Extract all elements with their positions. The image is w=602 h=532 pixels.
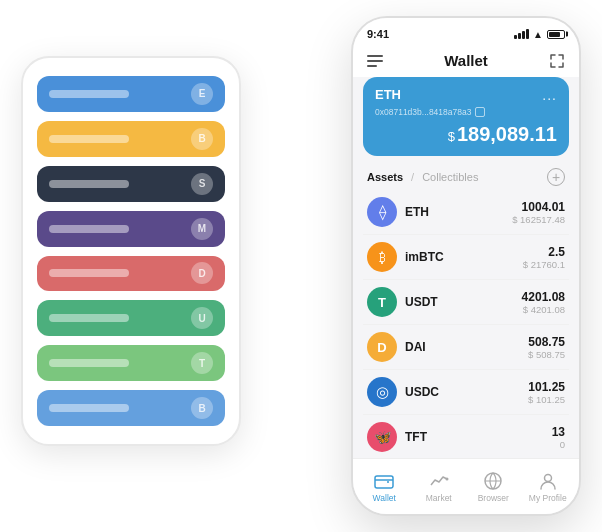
fg-phone: 9:41 ▲ Wallet bbox=[351, 16, 581, 516]
tab-assets[interactable]: Assets bbox=[367, 171, 403, 183]
eth-balance-card[interactable]: ETH ... 0x08711d3b...8418a78a3 $189,089.… bbox=[363, 77, 569, 156]
token-icon-imbtc: ₿ bbox=[367, 242, 397, 272]
market-nav-icon bbox=[429, 471, 449, 491]
card-bar bbox=[49, 135, 129, 143]
token-row-usdt[interactable]: T USDT 4201.08 $ 4201.08 bbox=[363, 280, 569, 325]
card-bar bbox=[49, 269, 129, 277]
wallet-card-5[interactable]: D bbox=[37, 256, 225, 292]
card-icon: D bbox=[191, 262, 213, 284]
eth-address: 0x08711d3b...8418a78a3 bbox=[375, 107, 557, 117]
card-icon: B bbox=[191, 128, 213, 150]
card-bar bbox=[49, 314, 129, 322]
token-usd-usdc: $ 101.25 bbox=[528, 394, 565, 405]
token-icon-dai: D bbox=[367, 332, 397, 362]
phone-header: Wallet bbox=[353, 46, 579, 77]
token-amounts-dai: 508.75 $ 508.75 bbox=[528, 335, 565, 360]
nav-wallet-label: Wallet bbox=[373, 493, 396, 503]
eth-card-menu-dots[interactable]: ... bbox=[542, 87, 557, 103]
token-amount-eth: 1004.01 bbox=[512, 200, 565, 214]
card-bar bbox=[49, 180, 129, 188]
battery-icon bbox=[547, 30, 565, 39]
wifi-icon: ▲ bbox=[533, 29, 543, 40]
nav-browser[interactable]: Browser bbox=[466, 471, 521, 503]
scene: E B S M D U T B bbox=[21, 16, 581, 516]
menu-icon[interactable] bbox=[367, 55, 383, 67]
token-name-usdc: USDC bbox=[405, 385, 528, 399]
token-icon-tft: 🦋 bbox=[367, 422, 397, 452]
card-bar bbox=[49, 404, 129, 412]
token-amount-imbtc: 2.5 bbox=[523, 245, 565, 259]
token-name-usdt: USDT bbox=[405, 295, 522, 309]
wallet-card-6[interactable]: U bbox=[37, 300, 225, 336]
card-icon: T bbox=[191, 352, 213, 374]
card-icon: U bbox=[191, 307, 213, 329]
svg-rect-0 bbox=[375, 476, 393, 488]
token-name-dai: DAI bbox=[405, 340, 528, 354]
status-icons: ▲ bbox=[514, 29, 565, 40]
nav-profile[interactable]: My Profile bbox=[521, 471, 576, 503]
token-amount-tft: 13 bbox=[552, 425, 565, 439]
status-bar: 9:41 ▲ bbox=[353, 18, 579, 46]
token-usd-imbtc: $ 21760.1 bbox=[523, 259, 565, 270]
token-name-tft: TFT bbox=[405, 430, 552, 444]
token-list: ⟠ ETH 1004.01 $ 162517.48 ₿ imBTC 2.5 $ … bbox=[353, 190, 579, 458]
token-amounts-usdt: 4201.08 $ 4201.08 bbox=[522, 290, 565, 315]
token-usd-eth: $ 162517.48 bbox=[512, 214, 565, 225]
token-icon-usdt: T bbox=[367, 287, 397, 317]
token-name-eth: ETH bbox=[405, 205, 512, 219]
token-amounts-usdc: 101.25 $ 101.25 bbox=[528, 380, 565, 405]
wallet-card-3[interactable]: S bbox=[37, 166, 225, 202]
eth-card-title: ETH bbox=[375, 87, 401, 102]
token-row-eth[interactable]: ⟠ ETH 1004.01 $ 162517.48 bbox=[363, 190, 569, 235]
wallet-nav-icon bbox=[374, 471, 394, 491]
wallet-card-2[interactable]: B bbox=[37, 121, 225, 157]
token-name-imbtc: imBTC bbox=[405, 250, 523, 264]
token-row-usdc[interactable]: ◎ USDC 101.25 $ 101.25 bbox=[363, 370, 569, 415]
token-amounts-eth: 1004.01 $ 162517.48 bbox=[512, 200, 565, 225]
wallet-card-4[interactable]: M bbox=[37, 211, 225, 247]
card-bar bbox=[49, 90, 129, 98]
bottom-nav: Wallet Market Browser bbox=[353, 458, 579, 514]
signal-icon bbox=[514, 29, 529, 39]
token-amount-usdt: 4201.08 bbox=[522, 290, 565, 304]
expand-icon[interactable] bbox=[549, 53, 565, 69]
eth-balance: $189,089.11 bbox=[375, 123, 557, 146]
token-row-imbtc[interactable]: ₿ imBTC 2.5 $ 21760.1 bbox=[363, 235, 569, 280]
card-bar bbox=[49, 225, 129, 233]
token-amount-dai: 508.75 bbox=[528, 335, 565, 349]
page-title: Wallet bbox=[444, 52, 488, 69]
assets-header: Assets / Collectibles + bbox=[353, 164, 579, 190]
token-icon-usdc: ◎ bbox=[367, 377, 397, 407]
add-token-button[interactable]: + bbox=[547, 168, 565, 186]
copy-icon[interactable] bbox=[475, 107, 485, 117]
wallet-card-8[interactable]: B bbox=[37, 390, 225, 426]
token-row-dai[interactable]: D DAI 508.75 $ 508.75 bbox=[363, 325, 569, 370]
token-row-tft[interactable]: 🦋 TFT 13 0 bbox=[363, 415, 569, 458]
nav-market[interactable]: Market bbox=[412, 471, 467, 503]
bg-phone: E B S M D U T B bbox=[21, 56, 241, 446]
browser-nav-icon bbox=[483, 471, 503, 491]
profile-nav-icon bbox=[538, 471, 558, 491]
token-usd-usdt: $ 4201.08 bbox=[522, 304, 565, 315]
card-bar bbox=[49, 359, 129, 367]
token-icon-eth: ⟠ bbox=[367, 197, 397, 227]
nav-market-label: Market bbox=[426, 493, 452, 503]
card-icon: S bbox=[191, 173, 213, 195]
wallet-card-7[interactable]: T bbox=[37, 345, 225, 381]
token-amount-usdc: 101.25 bbox=[528, 380, 565, 394]
card-icon: E bbox=[191, 83, 213, 105]
tab-separator: / bbox=[411, 171, 414, 183]
wallet-card-1[interactable]: E bbox=[37, 76, 225, 112]
nav-profile-label: My Profile bbox=[529, 493, 567, 503]
svg-point-1 bbox=[445, 477, 448, 480]
token-usd-tft: 0 bbox=[552, 439, 565, 450]
nav-browser-label: Browser bbox=[478, 493, 509, 503]
token-usd-dai: $ 508.75 bbox=[528, 349, 565, 360]
assets-tabs: Assets / Collectibles bbox=[367, 171, 478, 183]
nav-wallet[interactable]: Wallet bbox=[357, 471, 412, 503]
svg-point-3 bbox=[544, 474, 551, 481]
tab-collectibles[interactable]: Collectibles bbox=[422, 171, 478, 183]
token-amounts-imbtc: 2.5 $ 21760.1 bbox=[523, 245, 565, 270]
card-icon: M bbox=[191, 218, 213, 240]
card-icon: B bbox=[191, 397, 213, 419]
